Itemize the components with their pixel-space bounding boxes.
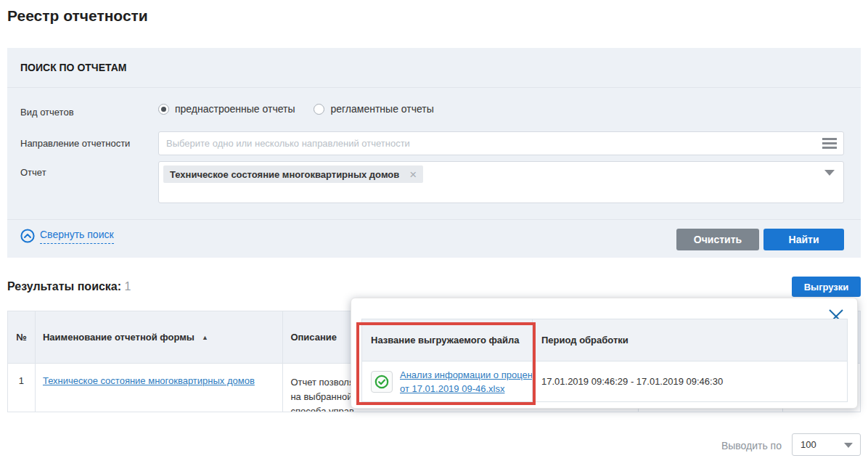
page-size-label: Выводить по	[687, 440, 782, 451]
report-multiselect[interactable]: Техническое состояние многоквартирных до…	[158, 161, 844, 203]
row-number-cell: 1	[8, 364, 36, 412]
page-size-value: 100	[801, 439, 816, 450]
downloads-table: Название выгружаемого файла Период обраб…	[361, 319, 848, 402]
downloads-button[interactable]: Выгрузки	[792, 277, 861, 297]
radio-unselected-icon[interactable]	[314, 104, 324, 115]
report-type-radio-group: преднастроенные отчеты регламентные отче…	[158, 103, 434, 115]
downloads-header-row: Название выгружаемого файла Период обраб…	[362, 319, 847, 361]
download-file-link[interactable]: Анализ информации о проценте износа МКД …	[400, 368, 533, 396]
hamburger-icon[interactable]	[822, 138, 837, 149]
downloads-row: Анализ информации о проценте износа МКД …	[362, 361, 847, 401]
report-tag-label: Техническое состояние многоквартирных до…	[170, 169, 399, 180]
column-header-file-name: Название выгружаемого файла	[362, 319, 533, 361]
clear-button[interactable]: Очистить	[676, 229, 759, 250]
collapse-search-label: Свернуть поиск	[40, 229, 114, 244]
direction-label: Направление отчетности	[20, 138, 130, 149]
chevron-down-icon	[844, 443, 853, 448]
report-tag: Техническое состояние многоквартирных до…	[163, 165, 423, 183]
period-cell: 17.01.2019 09:46:29 - 17.01.2019 09:46:3…	[533, 361, 847, 401]
sort-asc-icon[interactable]: ▲	[202, 334, 208, 341]
column-header-name[interactable]: Наименование отчетной формы ▲	[36, 311, 283, 363]
radio-selected-icon[interactable]	[158, 104, 169, 115]
downloads-popup: Название выгружаемого файла Период обраб…	[351, 298, 858, 409]
row-name-cell: Техническое состояние многоквартирных до…	[36, 364, 283, 412]
report-form-link[interactable]: Техническое состояние многоквартирных до…	[43, 375, 255, 386]
report-type-label: Вид отчетов	[20, 107, 74, 118]
search-button[interactable]: Найти	[763, 229, 844, 250]
tag-remove-icon[interactable]: ×	[409, 168, 417, 181]
column-header-period: Период обработки	[533, 319, 847, 361]
search-panel: ПОИСК ПО ОТЧЕТАМ Вид отчетов преднастрое…	[7, 48, 861, 258]
processing-period-value: 17.01.2019 09:46:29 - 17.01.2019 09:46:3…	[541, 376, 723, 387]
radio-label: преднастроенные отчеты	[175, 103, 295, 115]
radio-preconfigured-reports[interactable]: преднастроенные отчеты	[158, 103, 295, 115]
chevron-down-icon[interactable]	[824, 170, 835, 176]
results-label: Результаты поиска:	[7, 280, 121, 293]
panel-footer-divider	[7, 219, 861, 220]
file-cell: Анализ информации о проценте износа МКД …	[362, 361, 533, 401]
panel-title-divider	[7, 87, 861, 88]
report-label: Отчет	[20, 167, 46, 178]
column-header-num: №	[8, 311, 36, 363]
radio-label: регламентные отчеты	[330, 103, 433, 115]
results-title: Результаты поиска: 1	[7, 280, 131, 293]
direction-input[interactable]	[158, 131, 844, 155]
collapse-search-link[interactable]: Свернуть поиск	[20, 229, 114, 246]
search-panel-title: ПОИСК ПО ОТЧЕТАМ	[20, 48, 126, 87]
results-count: 1	[125, 280, 131, 293]
radio-regulated-reports[interactable]: регламентные отчеты	[314, 103, 433, 115]
chevron-up-circle-icon	[20, 229, 35, 246]
page-size-select[interactable]: 100	[792, 433, 861, 456]
report-registry-page: Реестр отчетности ПОИСК ПО ОТЧЕТАМ Вид о…	[0, 0, 868, 466]
page-title: Реестр отчетности	[7, 7, 148, 25]
success-check-icon	[371, 371, 393, 393]
